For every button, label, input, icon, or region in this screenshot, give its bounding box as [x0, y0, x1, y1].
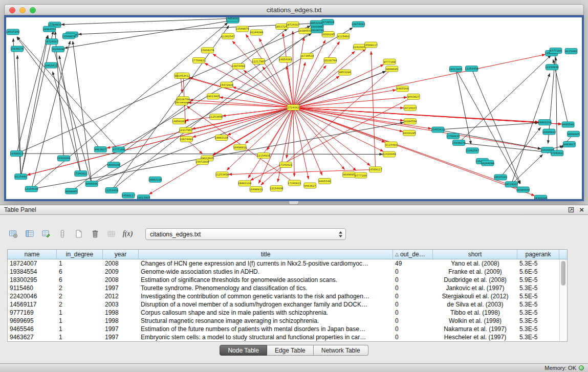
graph-node[interactable]: 9465546 [85, 181, 98, 187]
table-selector-dropdown[interactable]: citations_edges.txt [145, 228, 346, 240]
column-header-out_degree[interactable]: △out_de… [393, 250, 433, 259]
graph-node[interactable]: 13549876 [235, 26, 249, 32]
graph-node[interactable]: 11062547 [221, 33, 234, 39]
graph-node[interactable]: 11253456 [215, 172, 229, 178]
graph-node[interactable]: 9699695 [386, 66, 398, 72]
graph-node[interactable]: 19013905 [206, 94, 220, 99]
graph-node[interactable]: 11062547 [466, 148, 479, 154]
column-header-pagerank[interactable]: pagerank [517, 250, 559, 259]
graph-node[interactable]: 18300295 [321, 32, 335, 37]
graph-node[interactable]: 19384554 [42, 26, 56, 32]
graph-node[interactable]: 18724007 [45, 39, 58, 45]
table-row[interactable]: 1830029562008Estimation of significance … [8, 276, 567, 284]
graph-node[interactable]: 12154938 [257, 153, 270, 159]
table-row[interactable]: 1938455462009Genome-wide association stu… [8, 268, 567, 276]
graph-node[interactable]: 17764831 [192, 57, 205, 63]
graph-node[interactable]: 9463627 [407, 94, 420, 99]
graph-node[interactable]: 16496910 [233, 144, 247, 150]
table-row[interactable]: 1872400712008Changes of HCN gene express… [8, 259, 567, 268]
graph-node[interactable]: 11253456 [105, 188, 118, 193]
graph-node[interactable]: 10974493 [352, 21, 365, 27]
graph-node[interactable]: 14854083 [226, 17, 239, 21]
graph-node[interactable]: 9699695 [343, 172, 355, 178]
graph-node[interactable]: 16739518 [321, 19, 334, 25]
graph-node[interactable]: 18863108 [238, 181, 251, 186]
column-header-in_degree[interactable]: in_degree [57, 250, 103, 259]
graph-node[interactable]: 16244098 [481, 160, 494, 166]
graph-node[interactable]: 9853294 [339, 70, 351, 75]
delete-table-button[interactable] [88, 227, 102, 241]
window-titlebar[interactable]: citations_edges.txt [4, 4, 584, 15]
graph-node[interactable]: 18724007 [286, 21, 299, 27]
table-row[interactable]: 946362711997Embryonic stem cells: a mode… [8, 333, 567, 341]
table-row[interactable]: 969969511998Structural magnetic resonanc… [8, 317, 567, 325]
graph-node[interactable]: 15472908 [195, 159, 209, 165]
graph-node[interactable]: 20453412 [431, 127, 445, 133]
table-scrollbar[interactable] [559, 259, 567, 341]
graph-node[interactable]: 17764831 [446, 133, 460, 139]
graph-node[interactable]: 18724007 [505, 182, 518, 187]
graph-node[interactable]: 15938276 [452, 140, 465, 145]
tab-node-table[interactable]: Node Table [220, 345, 267, 356]
graph-node[interactable]: 18106764 [176, 97, 190, 102]
graph-node[interactable]: 17240621 [279, 162, 292, 168]
graph-node[interactable]: 9463627 [94, 147, 106, 152]
graph-node[interactable]: 18863108 [215, 135, 228, 141]
graph-node[interactable]: 9777169 [355, 172, 367, 178]
graph-node[interactable]: 16244098 [250, 30, 263, 35]
column-header-title[interactable]: title [139, 250, 393, 259]
graph-node[interactable]: 14854083 [172, 118, 185, 124]
split-handle[interactable] [289, 201, 299, 205]
graph-node[interactable]: 17240621 [288, 180, 301, 186]
graph-node[interactable]: 15938276 [10, 46, 24, 52]
graph-node[interactable]: 9777169 [383, 59, 396, 64]
table-row[interactable]: 1456911722003Disruption of a novel membe… [8, 300, 567, 309]
graph-node[interactable]: 22420046 [57, 156, 70, 161]
graph-node[interactable]: 18300295 [534, 195, 547, 199]
graph-node[interactable]: 9115460 [565, 48, 577, 54]
graph-node[interactable]: 18300295 [402, 130, 416, 136]
graph-node[interactable]: 17240621 [74, 171, 88, 177]
graph-node[interactable]: 14854083 [278, 57, 292, 62]
minimize-window-button[interactable] [19, 7, 26, 13]
graph-node[interactable]: 9463627 [563, 142, 575, 147]
show-columns-button[interactable] [23, 227, 36, 241]
close-window-button[interactable] [9, 7, 15, 13]
graph-node[interactable]: 16244098 [51, 47, 64, 52]
graph-node[interactable]: 12154938 [270, 186, 283, 191]
graph-node[interactable]: 14569117 [364, 42, 377, 48]
graph-node[interactable]: 11253456 [465, 66, 478, 72]
import-table-button[interactable] [104, 227, 118, 241]
graph-node[interactable]: 9465546 [319, 179, 331, 184]
table-row[interactable]: 2242004622012Investigating the contribut… [8, 292, 567, 300]
graph-node[interactable]: 14569117 [122, 192, 135, 198]
graph-node[interactable]: 18106764 [323, 58, 337, 63]
graph-node[interactable]: 19384554 [516, 187, 530, 192]
table-row[interactable]: 977716911998Corpus callosum shape and si… [8, 309, 567, 317]
graph-node[interactable]: 17240621 [550, 150, 563, 156]
graph-node[interactable]: 9465546 [562, 122, 574, 127]
float-panel-button[interactable] [568, 207, 574, 213]
table-row[interactable]: 911546021997Tourette syndrome. Phenomeno… [8, 284, 567, 292]
graph-node[interactable]: 20453412 [177, 73, 190, 78]
graph-node[interactable]: 9115460 [385, 142, 397, 147]
graph-node[interactable]: 9465546 [396, 86, 408, 92]
network-canvas[interactable]: 1872400719384554183002959115460224200461… [6, 17, 582, 199]
graph-node[interactable]: 9699695 [568, 131, 580, 137]
graph-node[interactable]: 9777169 [113, 147, 125, 152]
graph-node[interactable]: 18863108 [538, 120, 551, 125]
graph-node[interactable]: 9115460 [337, 33, 350, 39]
graph-node[interactable]: 12154938 [545, 64, 558, 70]
graph-node[interactable]: 16496910 [10, 151, 23, 157]
table-settings-button[interactable] [6, 227, 20, 241]
graph-node[interactable]: 9777169 [550, 48, 562, 54]
graph-node[interactable]: 9853294 [310, 20, 322, 26]
graph-node[interactable]: 10974493 [232, 63, 245, 69]
graph-node[interactable]: 14569117 [368, 167, 382, 172]
graph-node[interactable]: 11253456 [209, 114, 223, 120]
tab-edge-table[interactable]: Edge Table [267, 345, 314, 356]
graph-node[interactable]: 16496910 [249, 186, 263, 192]
zoom-window-button[interactable] [30, 7, 36, 13]
function-builder-button[interactable]: f(x) [121, 227, 135, 241]
add-column-button[interactable] [55, 227, 69, 241]
